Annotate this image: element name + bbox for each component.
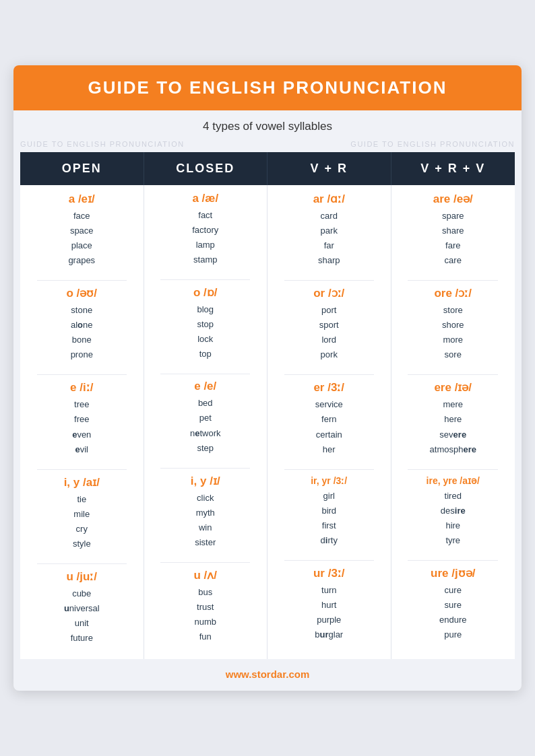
word-item: service	[273, 397, 385, 412]
sound-group: ur /3ː/turnhurtpurpleburglar	[273, 566, 385, 642]
word-item: dirty	[273, 533, 385, 548]
word-item: tired	[397, 489, 510, 504]
word-item: stamp	[150, 252, 262, 267]
word-item: pork	[273, 347, 385, 362]
word-item: spare	[397, 209, 510, 224]
sound-label: a /eɪ/	[26, 192, 138, 206]
word-item: top	[150, 347, 262, 362]
divider	[160, 279, 250, 280]
word-item: lamp	[150, 238, 262, 252]
word-item: lord	[273, 333, 385, 347]
divider	[37, 469, 127, 470]
sound-group: i, y /ɪ/clickmythwinsister	[150, 474, 262, 550]
word-item: evil	[26, 442, 138, 457]
divider	[160, 374, 250, 374]
word-item: style	[26, 537, 138, 551]
header-banner: GUIDE TO ENGLISH PRONUNCIATION	[13, 65, 522, 110]
word-item: sore	[397, 347, 510, 362]
sound-label: a /æ/	[150, 192, 262, 205]
sound-label: ore /ɔː/	[397, 286, 510, 300]
word-item: bed	[150, 396, 262, 411]
sound-group: are /eə/sparesharefarecare	[397, 192, 510, 268]
word-item: space	[26, 224, 138, 238]
sound-label: e /iː/	[26, 380, 138, 394]
sound-label: i, y /ɪ/	[150, 474, 262, 488]
word-item: bone	[26, 333, 138, 347]
divider	[408, 560, 498, 561]
word-item: desire	[397, 504, 510, 518]
watermark-right: GUIDE TO ENGLISH PRONUNCIATION	[350, 140, 515, 148]
sound-group: ore /ɔː/storeshoremoresore	[397, 286, 510, 362]
word-item: store	[397, 303, 510, 318]
word-item: step	[150, 441, 262, 456]
word-item: alone	[26, 318, 138, 333]
col-header-closed: CLOSED	[144, 152, 268, 185]
word-item: free	[26, 412, 138, 427]
word-item: unit	[26, 616, 138, 631]
footer: www.stordar.com	[13, 659, 522, 691]
divider	[160, 468, 250, 469]
word-item: sister	[150, 535, 262, 550]
word-item: factory	[150, 223, 262, 238]
word-item: cry	[26, 522, 138, 537]
col-header-open: OPEN	[20, 152, 144, 185]
word-item: fact	[150, 208, 262, 223]
word-item: hire	[397, 518, 510, 533]
word-item: trust	[150, 600, 262, 615]
word-item: myth	[150, 506, 262, 520]
sound-label: e /e/	[150, 380, 262, 393]
subtitle: 4 types of vowel syllables	[13, 110, 522, 139]
sound-group: e /e/bedpetnetworkstep	[150, 380, 262, 455]
word-item: prone	[26, 347, 138, 362]
column-3: are /eə/sparesharefarecareore /ɔː/stores…	[391, 185, 515, 660]
divider	[284, 469, 374, 470]
sound-label: ir, yr /3ː/	[273, 475, 385, 486]
col-header-vrv: V + R + V	[391, 152, 515, 185]
word-item: hurt	[273, 598, 385, 613]
word-item: cure	[397, 583, 510, 598]
word-item: far	[273, 238, 385, 253]
word-item: fern	[273, 412, 385, 427]
word-item: network	[150, 426, 262, 441]
word-item: purple	[273, 613, 385, 627]
word-item: tree	[26, 397, 138, 412]
main-content: a /eɪ/facespaceplacegrapeso /əʊ/stonealo…	[20, 185, 515, 660]
sound-label: ire, yre /aɪə/	[397, 475, 510, 486]
word-item: turn	[273, 583, 385, 598]
word-item: tyre	[397, 533, 510, 548]
column-1: a /æ/factfactorylampstampo /ɒ/blogstoplo…	[144, 185, 268, 660]
word-item: face	[26, 209, 138, 224]
word-item: place	[26, 238, 138, 253]
word-item: card	[273, 209, 385, 224]
word-item: share	[397, 224, 510, 238]
word-item: care	[397, 253, 510, 268]
word-item: port	[273, 303, 385, 318]
sound-group: i, y /aɪ/tiemilecrystyle	[26, 475, 138, 551]
word-item: lock	[150, 332, 262, 347]
word-item: fun	[150, 629, 262, 644]
columns-header: OPEN CLOSED V + R V + R + V	[20, 152, 515, 185]
sound-label: u /juː/	[26, 570, 138, 584]
word-item: here	[397, 412, 510, 427]
sound-group: er /3ː/serviceferncertainher	[273, 380, 385, 456]
word-item: click	[150, 491, 262, 506]
sound-group: ere /ɪə/mereheresevereatmosphere	[397, 380, 510, 456]
divider	[37, 280, 127, 281]
divider	[408, 374, 498, 375]
word-item: mere	[397, 397, 510, 412]
word-item: pure	[397, 627, 510, 642]
sound-label: o /əʊ/	[26, 286, 138, 300]
page-title: GUIDE TO ENGLISH PRONUNCIATION	[30, 77, 505, 98]
word-item: more	[397, 333, 510, 347]
sound-group: ure /jʊə/curesureendurepure	[397, 566, 510, 642]
column-0: a /eɪ/facespaceplacegrapeso /əʊ/stonealo…	[20, 185, 144, 660]
word-item: endure	[397, 613, 510, 627]
word-item: blog	[150, 302, 262, 317]
word-item: atmosphere	[397, 442, 510, 457]
word-item: mile	[26, 507, 138, 522]
word-item: stone	[26, 303, 138, 318]
word-item: tie	[26, 492, 138, 507]
sound-group: u /juː/cubeuniversalunitfuture	[26, 570, 138, 646]
divider	[284, 280, 374, 281]
sound-group: or /ɔː/portsportlordpork	[273, 286, 385, 362]
